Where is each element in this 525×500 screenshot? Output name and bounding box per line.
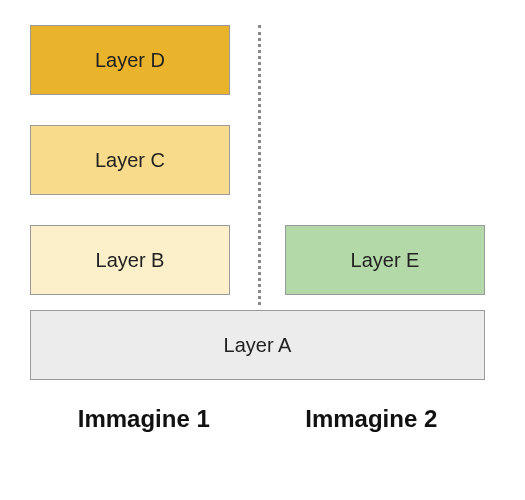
layer-e-box: Layer E [285,225,485,295]
caption-left: Immagine 1 [30,405,258,433]
layer-c-box: Layer C [30,125,230,195]
layer-b-label: Layer B [96,249,165,272]
caption-right: Immagine 2 [258,405,486,433]
layer-diagram: Layer D Layer C Layer B Layer E Layer A … [30,25,495,475]
vertical-divider [258,25,261,305]
layer-d-label: Layer D [95,49,165,72]
layer-a-box: Layer A [30,310,485,380]
captions-row: Immagine 1 Immagine 2 [30,405,485,433]
layer-e-label: Layer E [351,249,420,272]
layer-b-box: Layer B [30,225,230,295]
layer-a-label: Layer A [224,334,292,357]
layer-d-box: Layer D [30,25,230,95]
layer-c-label: Layer C [95,149,165,172]
